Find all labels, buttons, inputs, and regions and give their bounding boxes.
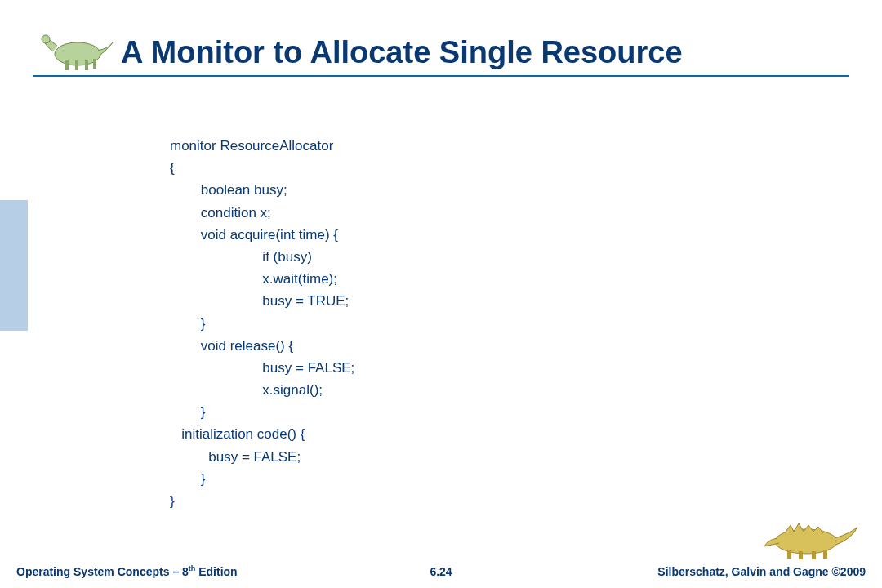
svg-rect-3 bbox=[75, 60, 78, 70]
svg-rect-2 bbox=[65, 60, 69, 70]
code-block: monitor ResourceAllocator { boolean busy… bbox=[170, 135, 359, 512]
svg-point-1 bbox=[42, 35, 50, 43]
sidebar-accent bbox=[0, 200, 28, 331]
svg-rect-7 bbox=[787, 550, 791, 559]
svg-rect-5 bbox=[93, 59, 96, 69]
footer: Operating System Concepts – 8th Edition … bbox=[0, 559, 882, 583]
slide: A Monitor to Allocate Single Resource mo… bbox=[0, 0, 882, 588]
svg-rect-10 bbox=[823, 550, 827, 559]
title-row: A Monitor to Allocate Single Resource bbox=[33, 23, 849, 72]
svg-rect-4 bbox=[85, 60, 88, 70]
dinosaur-right-icon bbox=[761, 515, 859, 560]
svg-point-6 bbox=[775, 529, 837, 554]
dinosaur-left-icon bbox=[33, 23, 114, 72]
footer-copyright: Silberschatz, Galvin and Gagne ©2009 bbox=[657, 565, 866, 578]
title-underline bbox=[33, 75, 849, 77]
slide-title: A Monitor to Allocate Single Resource bbox=[114, 35, 849, 72]
